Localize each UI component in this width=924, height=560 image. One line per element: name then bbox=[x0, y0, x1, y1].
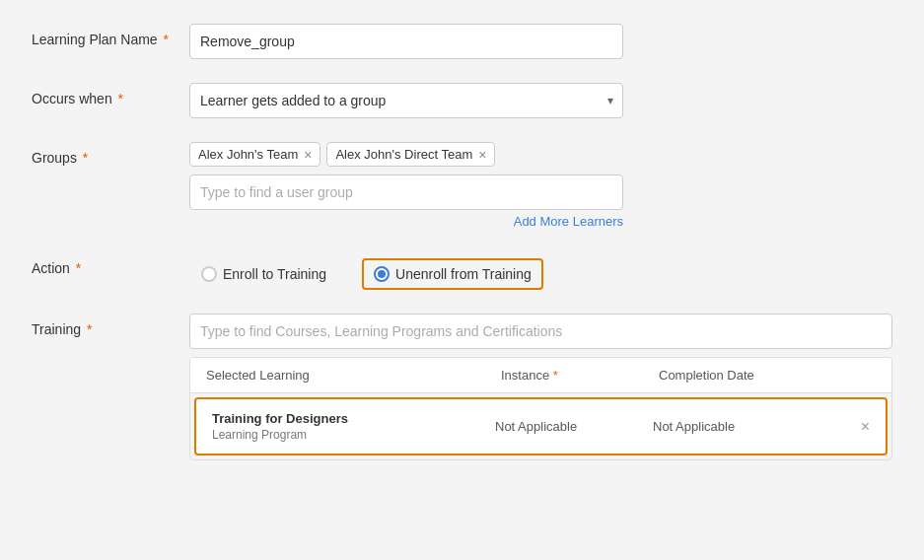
learning-plan-name-field bbox=[189, 24, 892, 59]
occurs-when-select-wrapper: Learner gets added to a group Learner ge… bbox=[189, 83, 623, 118]
learning-plan-name-input[interactable] bbox=[189, 24, 623, 59]
groups-field: Alex John's Team × Alex John's Direct Te… bbox=[189, 142, 892, 229]
group-tag-label: Alex John's Team bbox=[198, 147, 298, 162]
training-completion: Not Applicable bbox=[653, 419, 830, 434]
enroll-radio[interactable] bbox=[201, 266, 217, 282]
action-unenroll-option[interactable]: Unenroll from Training bbox=[362, 258, 543, 290]
occurs-when-select[interactable]: Learner gets added to a group Learner ge… bbox=[189, 83, 623, 118]
header-instance: Instance * bbox=[501, 368, 659, 383]
training-field: Selected Learning Instance * Completion … bbox=[189, 314, 892, 460]
groups-row: Groups * Alex John's Team × Alex John's … bbox=[32, 142, 892, 229]
training-search-input[interactable] bbox=[189, 314, 892, 349]
group-tag-direct-team: Alex John's Direct Team × bbox=[326, 142, 495, 167]
group-tag-close-alex-team[interactable]: × bbox=[304, 148, 312, 162]
group-tag-label: Alex John's Direct Team bbox=[335, 147, 472, 162]
action-enroll-option[interactable]: Enroll to Training bbox=[189, 258, 338, 290]
header-selected-learning: Selected Learning bbox=[206, 368, 501, 383]
training-name: Training for Designers bbox=[212, 411, 495, 426]
add-more-learners-link[interactable]: Add More Learners bbox=[189, 214, 623, 229]
groups-search-input[interactable] bbox=[189, 175, 623, 210]
groups-tags: Alex John's Team × Alex John's Direct Te… bbox=[189, 142, 892, 167]
training-info: Training for Designers Learning Program bbox=[212, 411, 495, 442]
learning-plan-name-label: Learning Plan Name * bbox=[32, 24, 189, 47]
training-row: Training * Selected Learning Instance * … bbox=[32, 314, 892, 460]
training-table: Selected Learning Instance * Completion … bbox=[189, 357, 892, 460]
occurs-when-label: Occurs when * bbox=[32, 83, 189, 106]
group-tag-alex-team: Alex John's Team × bbox=[189, 142, 320, 167]
occurs-when-row: Occurs when * Learner gets added to a gr… bbox=[32, 83, 892, 118]
training-instance: Not Applicable bbox=[495, 419, 653, 434]
unenroll-radio[interactable] bbox=[374, 266, 390, 282]
training-type: Learning Program bbox=[212, 428, 495, 442]
occurs-when-field: Learner gets added to a group Learner ge… bbox=[189, 83, 892, 118]
learning-plan-name-row: Learning Plan Name * bbox=[32, 24, 892, 59]
header-actions bbox=[836, 368, 876, 383]
groups-label: Groups * bbox=[32, 142, 189, 166]
action-label: Action * bbox=[32, 252, 189, 276]
training-label: Training * bbox=[32, 314, 189, 337]
unenroll-label: Unenroll from Training bbox=[395, 266, 532, 282]
action-field: Enroll to Training Unenroll from Trainin… bbox=[189, 252, 892, 290]
group-tag-close-direct-team[interactable]: × bbox=[478, 148, 486, 162]
training-row-close[interactable]: × bbox=[830, 418, 870, 436]
training-table-header: Selected Learning Instance * Completion … bbox=[190, 358, 891, 393]
header-completion-date: Completion Date bbox=[659, 368, 836, 383]
enroll-label: Enroll to Training bbox=[223, 266, 326, 282]
action-row: Action * Enroll to Training Unenroll fro… bbox=[32, 252, 892, 290]
training-table-row: Training for Designers Learning Program … bbox=[194, 397, 888, 455]
action-radio-group: Enroll to Training Unenroll from Trainin… bbox=[189, 252, 892, 290]
